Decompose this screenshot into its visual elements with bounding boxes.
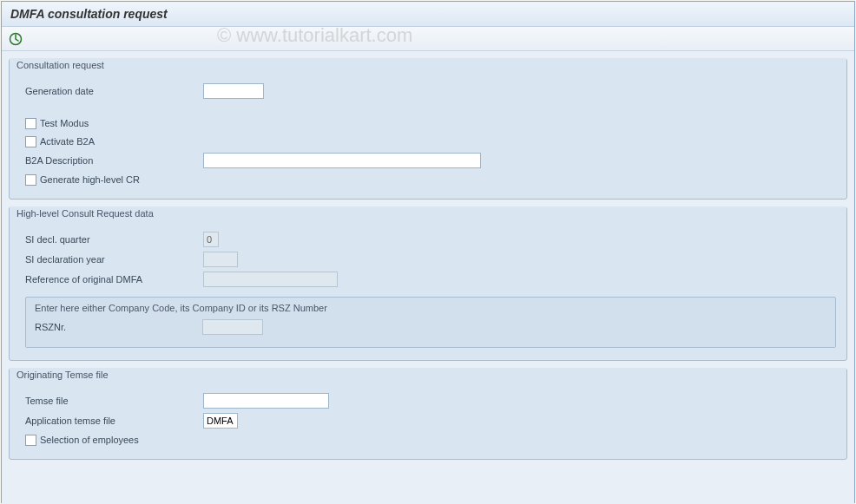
- temse-file-input[interactable]: [203, 393, 329, 409]
- app-temse-label: Application temse file: [25, 416, 203, 426]
- test-modus-label: Test Modus: [40, 118, 89, 128]
- group-high-level: High-level Consult Request data SI decl.…: [9, 206, 847, 361]
- generate-high-level-cr-label: Generate high-level CR: [40, 174, 140, 185]
- company-code-instruction: Enter here either Company Code, its Comp…: [35, 303, 826, 313]
- generate-high-level-cr-checkbox[interactable]: [25, 174, 36, 186]
- activate-b2a-label: Activate B2A: [40, 136, 95, 147]
- si-quarter-label: SI decl. quarter: [25, 234, 203, 245]
- group-temse: Originating Temse file Temse file Applic…: [9, 368, 847, 460]
- si-year-input: [203, 252, 238, 267]
- toolbar: [2, 27, 854, 51]
- ref-dmfa-input: [203, 272, 338, 287]
- execute-icon[interactable]: [9, 32, 23, 46]
- rsznr-label: RSZNr.: [35, 322, 202, 332]
- company-code-box: Enter here either Company Code, its Comp…: [25, 297, 836, 348]
- selection-employees-label: Selection of employees: [40, 435, 139, 445]
- b2a-description-label: B2A Description: [25, 155, 203, 166]
- rsznr-input: [202, 319, 263, 335]
- test-modus-checkbox[interactable]: [25, 118, 36, 129]
- activate-b2a-checkbox[interactable]: [25, 136, 36, 147]
- ref-dmfa-label: Reference of original DMFA: [25, 274, 203, 285]
- group-consultation-request: Consultation request Generation date Tes…: [9, 58, 847, 200]
- b2a-description-input[interactable]: [203, 153, 481, 168]
- content-area: Consultation request Generation date Tes…: [2, 51, 854, 504]
- app-temse-input[interactable]: [203, 413, 238, 429]
- group-title-temse: Originating Temse file: [10, 368, 846, 383]
- group-title-high-level: High-level Consult Request data: [10, 206, 846, 222]
- generation-date-label: Generation date: [25, 86, 203, 96]
- generation-date-input[interactable]: [203, 83, 264, 99]
- si-quarter-input: [203, 232, 219, 247]
- main-window: DMFA consultation request Consultation r…: [1, 1, 855, 503]
- title-bar: DMFA consultation request: [2, 2, 854, 27]
- temse-file-label: Temse file: [25, 396, 203, 406]
- selection-employees-checkbox[interactable]: [25, 435, 36, 446]
- group-title-consultation: Consultation request: [10, 58, 846, 74]
- si-year-label: SI declaration year: [25, 254, 203, 265]
- window-title: DMFA consultation request: [10, 7, 168, 21]
